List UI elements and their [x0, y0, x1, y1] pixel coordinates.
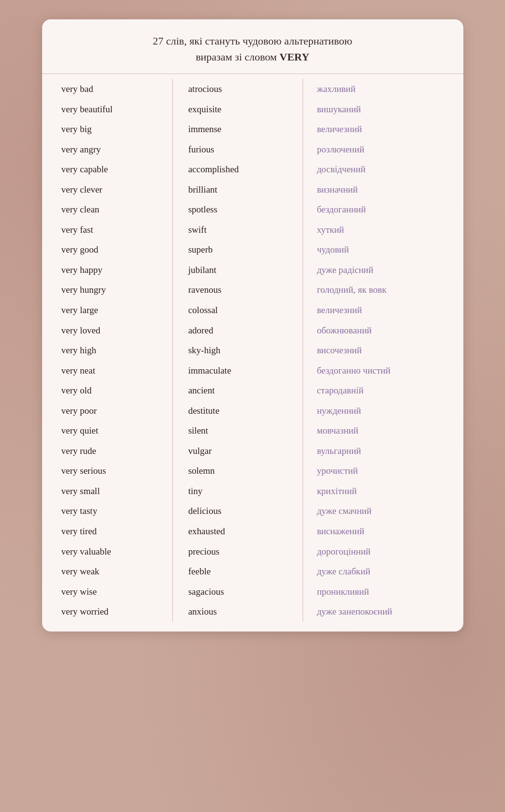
- english-phrase: very clever: [42, 180, 173, 200]
- english-phrase: very good: [42, 240, 173, 260]
- ukrainian-translation: обожнюваний: [303, 320, 463, 341]
- synonym-word: jubilant: [172, 260, 303, 280]
- table-row: very neatimmaculateбездоганно чистий: [42, 361, 463, 381]
- english-phrase: very large: [42, 300, 173, 320]
- table-row: very rudevulgarвульгарний: [42, 441, 463, 461]
- english-phrase: very small: [42, 481, 173, 501]
- synonym-word: superb: [172, 240, 303, 260]
- english-phrase: very capable: [42, 159, 173, 180]
- synonym-word: furious: [172, 139, 303, 160]
- english-phrase: very serious: [42, 461, 173, 481]
- synonym-word: atrocious: [172, 79, 303, 99]
- ukrainian-translation: вульгарний: [303, 441, 463, 461]
- english-phrase: very hungry: [42, 280, 173, 300]
- card-title: 27 слів, які стануть чудовою альтернатив…: [61, 33, 444, 65]
- synonym-word: silent: [172, 421, 303, 441]
- table-row: very highsky-highвисочезний: [42, 340, 463, 361]
- table-row: very capableaccomplishedдосвідчений: [42, 159, 463, 180]
- synonym-word: accomplished: [172, 159, 303, 180]
- ukrainian-translation: дорогоцінний: [303, 541, 463, 562]
- english-phrase: very fast: [42, 220, 173, 240]
- ukrainian-translation: голодний, як вовк: [303, 280, 463, 300]
- ukrainian-translation: величезний: [303, 119, 463, 139]
- english-phrase: very neat: [42, 361, 173, 381]
- synonym-word: destitute: [172, 401, 303, 421]
- english-phrase: very bad: [42, 79, 173, 99]
- synonym-word: immaculate: [172, 361, 303, 381]
- synonym-word: delicious: [172, 501, 303, 521]
- table-row: very oldancientстародавній: [42, 380, 463, 401]
- ukrainian-translation: стародавній: [303, 380, 463, 401]
- synonym-word: exhausted: [172, 521, 303, 541]
- table-row: very happyjubilantдуже радісний: [42, 260, 463, 280]
- ukrainian-translation: дуже радісний: [303, 260, 463, 280]
- english-phrase: very beautiful: [42, 99, 173, 120]
- ukrainian-translation: чудовий: [303, 240, 463, 260]
- ukrainian-translation: вишуканий: [303, 99, 463, 120]
- table-row: very wisesagaciousпроникливий: [42, 582, 463, 602]
- vocabulary-table: very badatrociousжахливийvery beautifule…: [42, 79, 463, 622]
- synonym-word: exquisite: [172, 99, 303, 120]
- english-phrase: very tired: [42, 521, 173, 541]
- english-phrase: very wise: [42, 582, 173, 602]
- table-row: very valuablepreciousдорогоцінний: [42, 541, 463, 562]
- ukrainian-translation: визначний: [303, 180, 463, 200]
- table-row: very tastydeliciousдуже смачний: [42, 501, 463, 521]
- table-row: very badatrociousжахливий: [42, 79, 463, 99]
- synonym-word: colossal: [172, 300, 303, 320]
- english-phrase: very clean: [42, 199, 173, 220]
- synonym-word: feeble: [172, 561, 303, 582]
- table-row: very tiredexhaustedвиснажений: [42, 521, 463, 541]
- card-header: 27 слів, які стануть чудовою альтернатив…: [42, 19, 463, 74]
- english-phrase: very old: [42, 380, 173, 401]
- ukrainian-translation: дуже слабкий: [303, 561, 463, 582]
- table-row: very lovedadoredобожнюваний: [42, 320, 463, 341]
- table-row: very largecolossalвеличезний: [42, 300, 463, 320]
- ukrainian-translation: нужденний: [303, 401, 463, 421]
- ukrainian-translation: височезний: [303, 340, 463, 361]
- table-row: very poordestituteнужденний: [42, 401, 463, 421]
- main-card: 27 слів, які стануть чудовою альтернатив…: [42, 19, 463, 632]
- table-row: very beautifulexquisiteвишуканий: [42, 99, 463, 120]
- table-row: very goodsuperbчудовий: [42, 240, 463, 260]
- english-phrase: very high: [42, 340, 173, 361]
- table-row: very worriedanxiousдуже занепокоєний: [42, 601, 463, 622]
- english-phrase: very rude: [42, 441, 173, 461]
- table-row: very fastswiftхуткий: [42, 220, 463, 240]
- ukrainian-translation: жахливий: [303, 79, 463, 99]
- english-phrase: very weak: [42, 561, 173, 582]
- synonym-word: ravenous: [172, 280, 303, 300]
- ukrainian-translation: бездоганний: [303, 199, 463, 220]
- ukrainian-translation: урочистий: [303, 461, 463, 481]
- ukrainian-translation: проникливий: [303, 582, 463, 602]
- table-container: very badatrociousжахливийvery beautifule…: [42, 74, 463, 632]
- synonym-word: sagacious: [172, 582, 303, 602]
- synonym-word: vulgar: [172, 441, 303, 461]
- english-phrase: very angry: [42, 139, 173, 160]
- table-row: very cleverbrilliantвизначний: [42, 180, 463, 200]
- table-row: very angryfuriousрозлючений: [42, 139, 463, 160]
- ukrainian-translation: досвідчений: [303, 159, 463, 180]
- ukrainian-translation: величезний: [303, 300, 463, 320]
- synonym-word: ancient: [172, 380, 303, 401]
- synonym-word: precious: [172, 541, 303, 562]
- synonym-word: solemn: [172, 461, 303, 481]
- ukrainian-translation: бездоганно чистий: [303, 361, 463, 381]
- table-row: very bigimmenseвеличезний: [42, 119, 463, 139]
- table-row: very weakfeebleдуже слабкий: [42, 561, 463, 582]
- synonym-word: spotless: [172, 199, 303, 220]
- english-phrase: very big: [42, 119, 173, 139]
- ukrainian-translation: хуткий: [303, 220, 463, 240]
- synonym-word: anxious: [172, 601, 303, 622]
- table-row: very quietsilentмовчазний: [42, 421, 463, 441]
- ukrainian-translation: розлючений: [303, 139, 463, 160]
- synonym-word: tiny: [172, 481, 303, 501]
- table-row: very cleanspotlessбездоганний: [42, 199, 463, 220]
- synonym-word: swift: [172, 220, 303, 240]
- english-phrase: very quiet: [42, 421, 173, 441]
- english-phrase: very poor: [42, 401, 173, 421]
- ukrainian-translation: мовчазний: [303, 421, 463, 441]
- ukrainian-translation: дуже занепокоєний: [303, 601, 463, 622]
- synonym-word: immense: [172, 119, 303, 139]
- english-phrase: very loved: [42, 320, 173, 341]
